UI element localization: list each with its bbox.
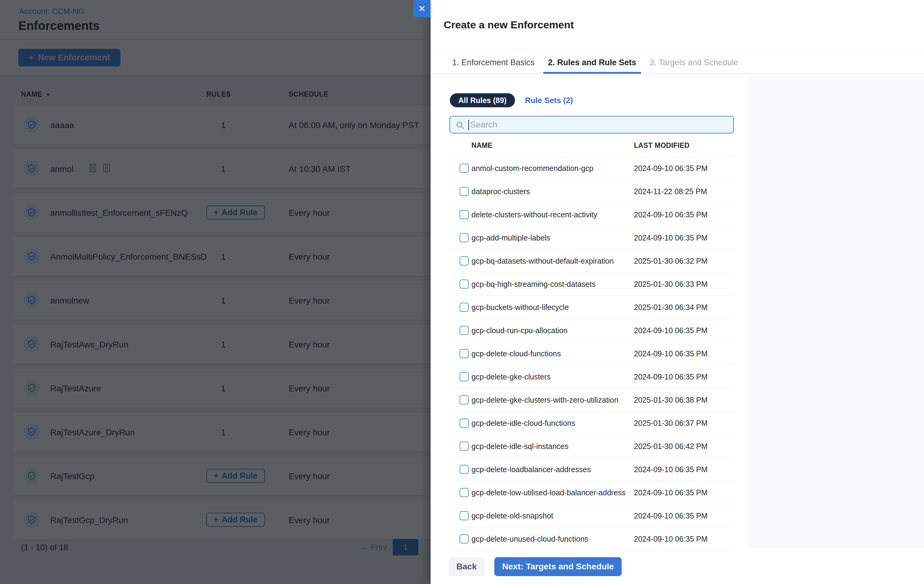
rule-last-modified: 2024-09-10 06:35 PM	[634, 535, 708, 543]
rule-row[interactable]: gcp-delete-gke-clusters 2024-09-10 06:35…	[452, 365, 734, 388]
rule-row[interactable]: gcp-delete-idle-cloud-functions 2025-01-…	[452, 411, 734, 435]
rule-checkbox[interactable]	[460, 372, 469, 381]
rule-name: gcp-buckets-without-lifecycle	[472, 303, 569, 312]
rule-name: gcp-delete-cloud-functions	[472, 349, 561, 358]
rule-last-modified: 2025-01-30 06:34 PM	[634, 303, 708, 312]
rule-last-modified: 2025-01-30 06:32 PM	[634, 257, 708, 266]
rule-sets-link[interactable]: Rule Sets (2)	[525, 96, 573, 105]
screen: Account: CCM-NG Enforcements + New Enfor…	[0, 0, 924, 584]
rule-checkbox[interactable]	[460, 419, 469, 427]
rule-name: gcp-bq-datasets-without-default-expirati…	[472, 257, 614, 266]
rule-last-modified: 2024-09-10 06:35 PM	[634, 326, 708, 335]
rule-name: gcp-delete-idle-cloud-functions	[472, 419, 575, 427]
rule-last-modified: 2025-01-30 06:37 PM	[634, 419, 708, 427]
rule-last-modified: 2024-09-10 06:35 PM	[634, 373, 708, 381]
rule-name: gcp-delete-idle-sql-instances	[472, 442, 568, 451]
rule-checkbox[interactable]	[460, 326, 469, 335]
rule-name: gcp-delete-gke-clusters-with-zero-utiliz…	[472, 396, 618, 404]
close-icon[interactable]: ✕	[413, 0, 431, 17]
rule-name: gcp-delete-loadbalancer-addresses	[472, 465, 591, 474]
tab-enforcement-basics[interactable]: 1. Enforcement Basics	[447, 52, 540, 73]
rule-last-modified: 2024-09-10 06:35 PM	[634, 164, 708, 173]
rule-row[interactable]: dataproc-clusters 2024-11-22 08:25 PM	[452, 180, 734, 203]
rule-last-modified: 2025-01-30 06:42 PM	[634, 442, 708, 451]
rule-row[interactable]: gcp-add-multiple-labels 2024-09-10 06:35…	[452, 226, 734, 249]
back-button[interactable]: Back	[448, 557, 485, 576]
rule-name: gcp-delete-gke-clusters	[472, 373, 551, 381]
rule-checkbox[interactable]	[460, 187, 469, 196]
rule-row[interactable]: gcp-buckets-without-lifecycle 2025-01-30…	[452, 296, 734, 319]
rule-checkbox[interactable]	[460, 256, 469, 266]
rule-row[interactable]: gcp-delete-old-snapshot 2024-09-10 06:35…	[452, 504, 734, 527]
rule-row[interactable]: gcp-delete-gke-clusters-with-zero-utiliz…	[452, 388, 734, 411]
rule-last-modified: 2024-09-10 06:35 PM	[634, 349, 708, 358]
rule-name: gcp-delete-old-snapshot	[472, 511, 553, 520]
rule-name: anmol-custom-recommendation-gcp	[472, 164, 593, 173]
column-header-last-modified: LAST MODIFIED	[634, 142, 690, 150]
rule-checkbox[interactable]	[460, 465, 469, 474]
tab-targets-and-schedule[interactable]: 3. Targets and Schedule	[645, 52, 743, 73]
rule-last-modified: 2024-09-10 06:35 PM	[634, 233, 708, 243]
rule-row[interactable]: gcp-delete-cloud-functions 2024-09-10 06…	[452, 342, 734, 365]
rule-name: gcp-delete-unused-cloud-functions	[472, 535, 589, 543]
rule-row[interactable]: gcp-delete-loadbalancer-addresses 2024-0…	[452, 458, 734, 481]
rule-checkbox[interactable]	[460, 488, 469, 497]
rule-row[interactable]: gcp-bq-high-streaming-cost-datasets 2025…	[452, 272, 734, 296]
rule-name: gcp-bq-high-streaming-cost-datasets	[472, 280, 596, 289]
rules-search	[449, 116, 734, 134]
rule-checkbox[interactable]	[460, 395, 469, 404]
rule-last-modified: 2025-01-30 06:33 PM	[634, 280, 708, 289]
rule-name: delete-clusters-without-recent-activity	[472, 210, 597, 219]
next-targets-schedule-button[interactable]: Next: Targets and Schedule	[494, 557, 622, 576]
rule-name: gcp-delete-low-utilised-load-balancer-ad…	[472, 488, 625, 497]
text-cursor	[469, 120, 469, 130]
rule-row[interactable]: gcp-delete-idle-sql-instances 2025-01-30…	[452, 435, 734, 458]
rules-table-body: anmol-custom-recommendation-gcp 2024-09-…	[452, 157, 734, 551]
rule-row[interactable]: gcp-delete-low-utilised-load-balancer-ad…	[452, 481, 734, 504]
drawer-title: Create a new Enforcement	[444, 19, 574, 31]
rule-checkbox[interactable]	[460, 210, 469, 219]
rules-table: NAME LAST MODIFIED anmol-custom-recommen…	[452, 134, 734, 551]
rule-row[interactable]: gcp-cloud-run-cpu-allocation 2024-09-10 …	[452, 319, 734, 342]
tabs-baseline	[431, 73, 924, 74]
rule-last-modified: 2024-09-10 06:35 PM	[634, 488, 708, 497]
rule-name: gcp-add-multiple-labels	[472, 233, 550, 243]
rule-checkbox[interactable]	[460, 279, 469, 289]
rule-checkbox[interactable]	[460, 303, 469, 312]
rule-checkbox[interactable]	[460, 511, 469, 520]
column-header-name: NAME	[472, 142, 492, 150]
rule-checkbox[interactable]	[460, 164, 469, 173]
rule-last-modified: 2025-01-30 06:38 PM	[634, 396, 708, 404]
rule-row[interactable]: gcp-delete-unused-cloud-functions 2024-0…	[452, 527, 734, 551]
drawer-header-divider	[431, 49, 924, 50]
rule-row[interactable]: gcp-bq-datasets-without-default-expirati…	[452, 249, 734, 272]
rule-checkbox[interactable]	[460, 233, 469, 243]
rules-filter-toggle: All Rules (89) Rule Sets (2)	[450, 93, 573, 107]
preview-panel	[747, 76, 924, 548]
create-enforcement-drawer: ✕ Create a new Enforcement 1. Enforcemen…	[431, 0, 924, 584]
all-rules-pill[interactable]: All Rules (89)	[450, 93, 515, 107]
rule-last-modified: 2024-09-10 06:35 PM	[634, 210, 708, 219]
rule-row[interactable]: anmol-custom-recommendation-gcp 2024-09-…	[452, 157, 734, 180]
wizard-steps: 1. Enforcement Basics 2. Rules and Rule …	[447, 52, 747, 73]
rule-last-modified: 2024-09-10 06:35 PM	[634, 465, 708, 474]
rules-table-header: NAME LAST MODIFIED	[452, 134, 734, 157]
rule-name: dataproc-clusters	[472, 187, 530, 196]
tab-rules-and-rule-sets[interactable]: 2. Rules and Rule Sets	[543, 52, 641, 73]
rule-name: gcp-cloud-run-cpu-allocation	[472, 326, 568, 335]
search-icon	[455, 121, 465, 131]
rule-checkbox[interactable]	[460, 349, 469, 358]
rule-last-modified: 2024-11-22 08:25 PM	[634, 187, 707, 196]
rule-last-modified: 2024-09-10 06:35 PM	[634, 511, 708, 520]
rule-row[interactable]: delete-clusters-without-recent-activity …	[452, 203, 734, 226]
rule-checkbox[interactable]	[460, 442, 469, 451]
rule-checkbox[interactable]	[460, 535, 469, 543]
search-input[interactable]	[470, 116, 726, 133]
